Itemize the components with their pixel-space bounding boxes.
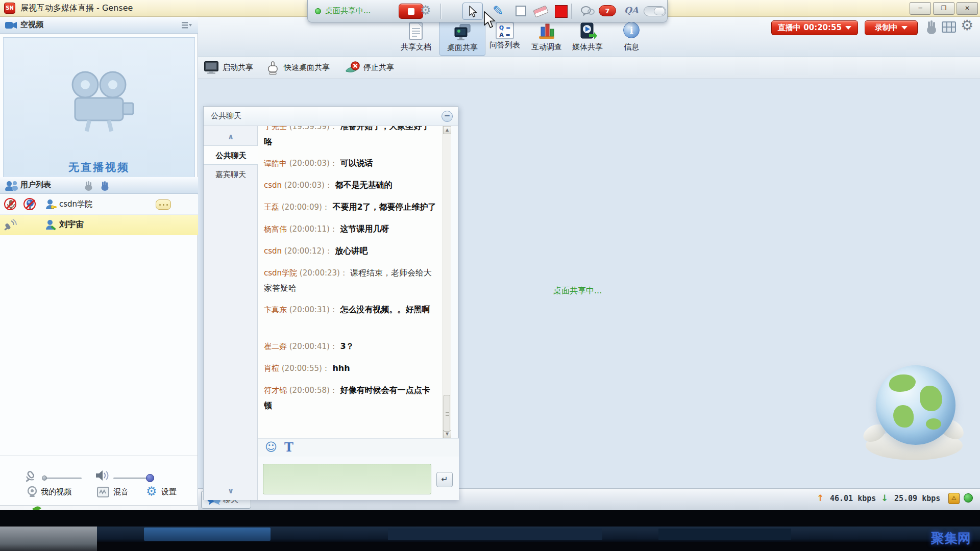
video-panel-title: 空视频 [20,20,43,30]
mic-volume-slider[interactable] [43,478,82,479]
watermark: 聚集网 [931,530,971,547]
raise-hand-icon[interactable] [99,181,109,191]
dropdown-arrow-icon [845,26,851,30]
mic-volume-knob[interactable] [42,475,47,481]
sharing-status-text: 桌面共享中... [325,6,371,16]
maximize-button[interactable]: ❐ [933,2,954,15]
chat-message: 王磊 (20:00:09)： 不要用2了，都要停止维护了 [264,199,437,215]
user-name: 刘宇宙 [59,219,84,230]
upload-arrow-icon: ↑ [817,493,824,503]
earth-icon [876,365,955,445]
rectangle-tool-button[interactable] [511,3,531,20]
connection-ok-icon [964,493,973,503]
chat-message: 卞真东 (20:00:31)： 怎么没有视频。。好黑啊 [264,302,437,317]
start-share-button[interactable]: 启动共享 [223,63,253,72]
mic-volume-icon [23,468,40,484]
chat-message: csdn (20:00:12)： 放心讲吧 [264,243,437,259]
desktop-share-icon [453,22,472,42]
divider [0,456,198,456]
chat-message: 丁先壬 (19:59:59)： 准备开始了，大家坐好了咯 [264,126,437,149]
emoticon-button[interactable]: ☺ [265,440,277,454]
download-speed: 25.09 kbps [894,494,940,503]
color-swatch-button[interactable] [551,3,571,20]
user-list-header: 用户列表 [0,177,198,194]
desktop-sharing-note: 桌面共享中... [553,286,602,296]
mic-disabled-icon[interactable] [4,198,18,212]
settings-button[interactable]: 设置 [161,487,177,497]
upload-speed: 46.01 kbps [830,494,876,503]
chat-message: 谭皓中 (20:00:03)： 可以说话 [264,156,437,171]
user-row-liuyuzhou[interactable]: 刘宇宙 [0,215,198,235]
share-settings-gear-icon[interactable]: ⚙ [420,4,431,16]
chat-scrollbar[interactable]: ▲ ▼ [443,126,451,438]
panel-menu-icon[interactable] [182,22,192,29]
toolbar-share-doc[interactable]: 共享文档 [393,19,439,56]
media-share-icon [578,22,597,41]
mix-button[interactable]: 混音 [113,487,129,497]
shared-desktop-strip: 聚集网 [0,510,980,551]
overlay-chat-button[interactable] [577,3,598,20]
chat-bubbles-outline-icon [580,6,595,18]
chevron-up-icon[interactable]: ∧ [204,132,258,141]
movie-camera-illustration [61,68,137,135]
toolbar-desktop-share[interactable]: 桌面共享 [439,19,485,56]
close-button[interactable]: ✕ [957,2,978,15]
no-video-label: 无直播视频 [4,160,194,174]
chat-message-list[interactable]: 丁先壬 (19:59:59)： 准备开始了，大家坐好了咯谭皓中 (20:00:0… [258,126,443,438]
app-window: SN 展视互动多媒体直播 - Gensee ─ ❐ ✕ 空视频 [0,0,980,551]
sharing-status-dot [315,8,321,14]
tab-public-chat[interactable]: 公共聊天 [204,145,258,165]
pointer-tool-button[interactable] [462,3,483,20]
raise-hand-toolbar-icon[interactable] [924,20,938,34]
globe-in-hand-illustration [862,365,971,472]
recording-status-button[interactable]: 录制中 [865,20,918,35]
scrollbar-thumb[interactable] [444,395,450,432]
chat-minimize-button[interactable]: − [442,111,453,122]
mic-active-icon[interactable] [3,219,18,232]
video-placeholder-area: 无直播视频 [3,37,195,190]
speaker-volume-knob[interactable] [146,474,154,482]
lower-hand-icon[interactable] [83,181,93,191]
network-warning-icon: ⚠ [948,493,960,504]
chat-panel-header: 公共聊天 − [204,107,458,126]
stop-share-button[interactable]: 停止共享 [363,63,394,72]
webcam-icon [27,486,38,497]
quick-share-button[interactable]: 快速桌面共享 [284,63,330,72]
text-format-button[interactable]: T [284,440,293,455]
toolbar-media-share[interactable]: 媒体共享 [565,19,610,56]
minimize-button[interactable]: ─ [910,2,931,15]
dropdown-arrow-icon [901,26,908,30]
tab-guest-chat[interactable]: 嘉宾聊天 [204,165,258,184]
quick-share-hand-icon [265,61,280,75]
stop-sharing-button[interactable] [399,4,423,19]
main-settings-gear-icon[interactable]: ⚙ [961,19,973,32]
chat-input-box[interactable] [263,464,431,494]
user-list-title: 用户列表 [20,180,51,190]
my-video-button[interactable]: 我的视频 [41,487,71,497]
live-status-button[interactable]: 直播中 00:20:55 [771,20,858,35]
rectangle-icon [516,6,526,16]
layout-grid-icon[interactable] [942,21,956,34]
chat-message: 崔二孬 (20:00:41)： 3？ [264,339,437,354]
chat-message: 杨富伟 (20:00:11)： 这节课用几呀 [264,221,437,237]
unread-count-badge[interactable]: 7 [599,5,616,16]
share-doc-icon [406,22,426,41]
private-chat-icon[interactable] [156,199,171,210]
scroll-up-icon[interactable]: ▲ [443,126,451,134]
camera-disabled-icon[interactable] [23,198,38,212]
send-button[interactable]: ↵ [436,472,453,487]
qa-icon[interactable]: QA [624,5,639,15]
download-arrow-icon: ↓ [881,493,888,503]
presenter-key-icon [45,199,57,211]
red-color-swatch [555,5,568,18]
main-toolbar: 共享文档 桌面共享 Q = A = 问答列表 [198,17,980,57]
toolbar-info[interactable]: i 信息 [608,19,654,56]
chat-input-area: ↵ [258,457,459,500]
eraser-tool-button[interactable] [530,3,551,20]
toolbar-survey[interactable]: 互动调查 [524,19,570,56]
app-logo-icon: SN [4,3,15,14]
mix-audio-icon [97,487,109,497]
user-row-csdn[interactable]: csdn学院 [0,194,198,215]
chevron-down-icon[interactable]: ∨ [204,486,258,495]
overlay-toggle-switch[interactable] [644,6,666,16]
